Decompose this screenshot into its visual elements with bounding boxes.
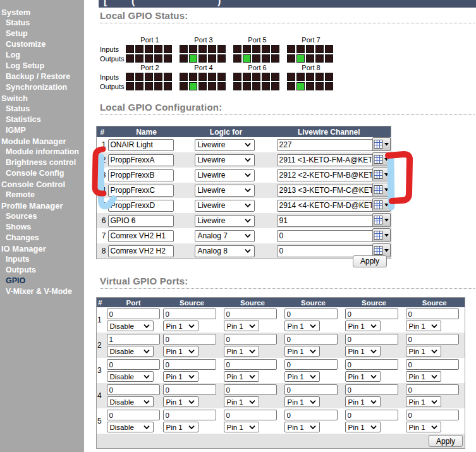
virtual-source-input[interactable]	[224, 410, 277, 420]
gpio-name-input[interactable]	[108, 139, 174, 151]
channel-browse-button[interactable]	[372, 137, 391, 151]
virtual-source-pin-select[interactable]: Pin 1	[284, 396, 320, 407]
livewire-channel-input[interactable]	[277, 215, 374, 227]
virtual-source-pin-select[interactable]: Pin 1	[163, 346, 198, 357]
livewire-channel-input[interactable]	[277, 230, 374, 242]
virtual-source-input[interactable]	[406, 410, 459, 420]
sidebar-item-synchronization[interactable]: Synchronization	[0, 82, 84, 93]
virtual-port-select[interactable]: Disable	[107, 321, 154, 331]
virtual-source-input[interactable]	[224, 334, 277, 345]
virtual-source-pin-select[interactable]: Pin 1	[284, 346, 320, 357]
virtual-source-pin-select[interactable]: Pin 1	[406, 396, 441, 407]
virtual-source-input[interactable]	[284, 359, 338, 370]
livewire-channel-input[interactable]	[277, 185, 374, 197]
logic-for-select[interactable]: Livewire	[195, 139, 255, 151]
sidebar-item-sources[interactable]: Sources	[0, 211, 84, 222]
sidebar-item-status[interactable]: Status	[0, 18, 84, 28]
gpio-name-input[interactable]	[108, 215, 174, 227]
logic-for-select[interactable]: Livewire	[195, 154, 255, 166]
virtual-source-pin-select[interactable]: Pin 1	[284, 321, 320, 331]
virtual-source-input[interactable]	[224, 384, 277, 395]
livewire-channel-input[interactable]	[277, 154, 374, 166]
virtual-source-pin-select[interactable]: Pin 1	[224, 422, 259, 432]
virtual-port-select[interactable]: Disable	[107, 346, 154, 357]
channel-browse-button[interactable]	[372, 152, 391, 166]
sidebar-item-log-setup[interactable]: Log Setup	[0, 61, 84, 71]
channel-browse-button[interactable]	[372, 228, 391, 242]
logic-for-select[interactable]: Livewire	[195, 215, 255, 227]
virtual-source-input[interactable]	[163, 308, 216, 319]
virtual-source-pin-select[interactable]: Pin 1	[284, 371, 320, 382]
virtual-apply-button[interactable]: Apply	[429, 435, 463, 447]
sidebar-item-changes[interactable]: Changes	[0, 233, 84, 243]
virtual-port-input[interactable]	[107, 410, 160, 420]
sidebar-item-remote[interactable]: Remote	[0, 190, 84, 200]
sidebar-item-gpio[interactable]: GPIO	[0, 276, 84, 286]
virtual-source-input[interactable]	[406, 308, 459, 319]
virtual-source-pin-select[interactable]: Pin 1	[345, 422, 381, 432]
virtual-source-pin-select[interactable]: Pin 1	[345, 371, 381, 382]
sidebar-item-customize[interactable]: Customize	[0, 39, 84, 50]
channel-browse-button[interactable]	[372, 213, 391, 227]
sidebar-item-brightness-control[interactable]: Brightness control	[0, 157, 84, 168]
channel-browse-button[interactable]	[372, 183, 391, 197]
virtual-source-pin-select[interactable]: Pin 1	[224, 396, 259, 407]
virtual-port-input[interactable]	[107, 334, 160, 345]
livewire-channel-input[interactable]	[277, 169, 374, 181]
virtual-source-input[interactable]	[345, 334, 398, 345]
virtual-source-pin-select[interactable]: Pin 1	[406, 422, 441, 432]
logic-for-select[interactable]: Livewire	[195, 185, 255, 197]
sidebar-item-shows[interactable]: Shows	[0, 222, 84, 233]
virtual-source-pin-select[interactable]: Pin 1	[163, 371, 198, 382]
gpio-name-input[interactable]	[108, 230, 174, 242]
logic-for-select[interactable]: Livewire	[195, 200, 255, 212]
virtual-source-input[interactable]	[224, 308, 277, 319]
virtual-source-pin-select[interactable]: Pin 1	[345, 321, 381, 331]
livewire-channel-input[interactable]	[277, 200, 374, 212]
virtual-source-pin-select[interactable]: Pin 1	[345, 346, 381, 357]
virtual-source-input[interactable]	[163, 410, 216, 420]
virtual-source-pin-select[interactable]: Pin 1	[406, 346, 441, 357]
channel-browse-button[interactable]	[372, 198, 391, 212]
virtual-source-input[interactable]	[224, 359, 277, 370]
virtual-source-pin-select[interactable]: Pin 1	[163, 422, 198, 432]
virtual-source-input[interactable]	[345, 410, 398, 420]
sidebar-item-inputs[interactable]: Inputs	[0, 254, 84, 265]
sidebar-item-outputs[interactable]: Outputs	[0, 265, 84, 276]
virtual-source-input[interactable]	[406, 384, 459, 395]
gpio-name-input[interactable]	[108, 200, 174, 212]
virtual-source-input[interactable]	[284, 334, 338, 345]
livewire-channel-input[interactable]	[277, 139, 374, 151]
virtual-source-input[interactable]	[163, 334, 216, 345]
virtual-source-input[interactable]	[163, 384, 216, 395]
sidebar-item-setup[interactable]: Setup	[0, 28, 84, 39]
gpio-name-input[interactable]	[108, 169, 174, 181]
sidebar-item-console-config[interactable]: Console Config	[0, 168, 84, 179]
sidebar-item-module-information[interactable]: Module information	[0, 147, 84, 157]
virtual-source-input[interactable]	[284, 308, 338, 319]
sidebar-item-backup-restore[interactable]: Backup / Restore	[0, 71, 84, 82]
virtual-source-input[interactable]	[284, 410, 338, 420]
virtual-source-input[interactable]	[406, 359, 459, 370]
config-apply-button[interactable]: Apply	[353, 255, 387, 267]
sidebar-item-log[interactable]: Log	[0, 50, 84, 61]
logic-for-select[interactable]: Livewire	[195, 169, 255, 181]
sidebar-item-statistics[interactable]: Statistics	[0, 114, 84, 125]
virtual-port-input[interactable]	[107, 359, 160, 370]
gpio-name-input[interactable]	[108, 185, 174, 197]
virtual-source-input[interactable]	[345, 384, 398, 395]
virtual-source-input[interactable]	[163, 359, 216, 370]
virtual-source-pin-select[interactable]: Pin 1	[406, 321, 441, 331]
virtual-port-select[interactable]: Disable	[107, 371, 154, 382]
virtual-source-pin-select[interactable]: Pin 1	[224, 346, 259, 357]
virtual-source-input[interactable]	[345, 359, 398, 370]
channel-browse-button[interactable]	[372, 168, 391, 181]
virtual-source-pin-select[interactable]: Pin 1	[406, 371, 441, 382]
virtual-source-pin-select[interactable]: Pin 1	[224, 371, 259, 382]
gpio-name-input[interactable]	[108, 154, 174, 166]
virtual-port-select[interactable]: Disable	[107, 422, 154, 432]
virtual-port-select[interactable]: Disable	[107, 396, 154, 407]
virtual-source-pin-select[interactable]: Pin 1	[284, 422, 320, 432]
virtual-source-pin-select[interactable]: Pin 1	[163, 321, 198, 331]
virtual-source-input[interactable]	[406, 334, 459, 345]
